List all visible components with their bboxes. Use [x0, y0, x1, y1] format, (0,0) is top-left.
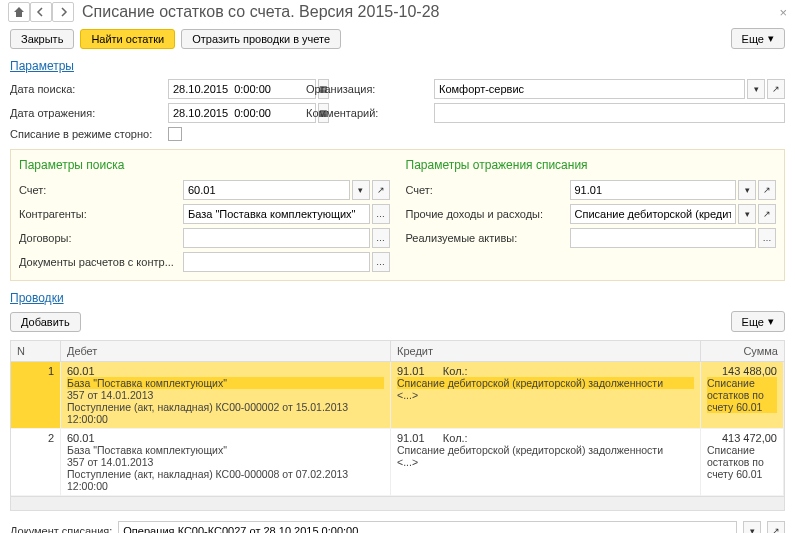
col-sum[interactable]: Сумма — [701, 341, 784, 361]
params-section-link[interactable]: Параметры — [0, 53, 84, 75]
more-button[interactable]: Еще▾ — [731, 28, 785, 49]
cell-credit: 91.01 Кол.:Списание дебиторской (кредито… — [391, 429, 701, 496]
cell-debit: 60.01База "Поставка комплектующих"357 от… — [61, 362, 391, 429]
cell-n: 1 — [11, 362, 61, 429]
forward-icon[interactable] — [52, 2, 74, 22]
search-params-title: Параметры поиска — [11, 156, 398, 178]
ellipsis-icon[interactable]: … — [372, 252, 390, 272]
table-row[interactable]: 160.01База "Поставка комплектующих"357 о… — [11, 362, 784, 429]
search-date-input[interactable] — [168, 79, 316, 99]
chevron-down-icon: ▾ — [768, 315, 774, 328]
account-right-label: Счет: — [406, 184, 566, 196]
open-icon[interactable]: ↗ — [758, 204, 776, 224]
close-icon[interactable]: × — [779, 5, 787, 20]
docs-label: Документы расчетов с контр... — [19, 256, 179, 268]
comment-label: Комментарий: — [306, 107, 426, 119]
account-right-input[interactable] — [570, 180, 737, 200]
back-icon[interactable] — [30, 2, 52, 22]
entries-section-link[interactable]: Проводки — [0, 285, 74, 307]
counterparties-input[interactable] — [183, 204, 370, 224]
docs-input[interactable] — [183, 252, 370, 272]
counterparties-label: Контрагенты: — [19, 208, 179, 220]
doc-writeoff-label: Документ списания: — [10, 525, 112, 533]
contracts-label: Договоры: — [19, 232, 179, 244]
comment-input[interactable] — [434, 103, 785, 123]
table-row[interactable]: 260.01База "Поставка комплектующих"357 о… — [11, 429, 784, 496]
chevron-down-icon: ▾ — [768, 32, 774, 45]
cell-n: 2 — [11, 429, 61, 496]
org-input[interactable] — [434, 79, 745, 99]
ellipsis-icon[interactable]: … — [758, 228, 776, 248]
more-button-2[interactable]: Еще▾ — [731, 311, 785, 332]
dropdown-icon[interactable]: ▾ — [352, 180, 370, 200]
other-income-label: Прочие доходы и расходы: — [406, 208, 566, 220]
reflect-date-label: Дата отражения: — [10, 107, 160, 119]
storno-checkbox[interactable] — [168, 127, 182, 141]
close-button[interactable]: Закрыть — [10, 29, 74, 49]
entries-table: N Дебет Кредит Сумма 160.01База "Поставк… — [10, 340, 785, 511]
dropdown-icon[interactable]: ▾ — [747, 79, 765, 99]
account-left-label: Счет: — [19, 184, 179, 196]
find-balances-button[interactable]: Найти остатки — [80, 29, 175, 49]
reflect-entries-button[interactable]: Отразить проводки в учете — [181, 29, 341, 49]
dropdown-icon[interactable]: ▾ — [738, 204, 756, 224]
search-date-label: Дата поиска: — [10, 83, 160, 95]
home-icon[interactable] — [8, 2, 30, 22]
horizontal-scrollbar[interactable] — [11, 496, 784, 510]
org-label: Организация: — [306, 83, 426, 95]
col-debit[interactable]: Дебет — [61, 341, 391, 361]
contracts-input[interactable] — [183, 228, 370, 248]
open-icon[interactable]: ↗ — [767, 521, 785, 533]
dropdown-icon[interactable]: ▾ — [743, 521, 761, 533]
cell-credit: 91.01 Кол.:Списание дебиторской (кредито… — [391, 362, 701, 429]
col-credit[interactable]: Кредит — [391, 341, 701, 361]
open-icon[interactable]: ↗ — [758, 180, 776, 200]
open-icon[interactable]: ↗ — [767, 79, 785, 99]
writeoff-params-title: Параметры отражения списания — [398, 156, 785, 178]
account-left-input[interactable] — [183, 180, 350, 200]
open-icon[interactable]: ↗ — [372, 180, 390, 200]
ellipsis-icon[interactable]: … — [372, 228, 390, 248]
realiz-input[interactable] — [570, 228, 757, 248]
cell-sum: 413 472,00Списание остатков по счету 60.… — [701, 429, 784, 496]
ellipsis-icon[interactable]: … — [372, 204, 390, 224]
doc-writeoff-input[interactable] — [118, 521, 737, 533]
page-title: Списание остатков со счета. Версия 2015-… — [82, 3, 439, 21]
dropdown-icon[interactable]: ▾ — [738, 180, 756, 200]
col-n[interactable]: N — [11, 341, 61, 361]
cell-sum: 143 488,00Списание остатков по счету 60.… — [701, 362, 784, 429]
reflect-date-input[interactable] — [168, 103, 316, 123]
realiz-label: Реализуемые активы: — [406, 232, 566, 244]
cell-debit: 60.01База "Поставка комплектующих"357 от… — [61, 429, 391, 496]
add-button[interactable]: Добавить — [10, 312, 81, 332]
other-income-input[interactable] — [570, 204, 737, 224]
storno-label: Списание в режиме сторно: — [10, 128, 160, 140]
